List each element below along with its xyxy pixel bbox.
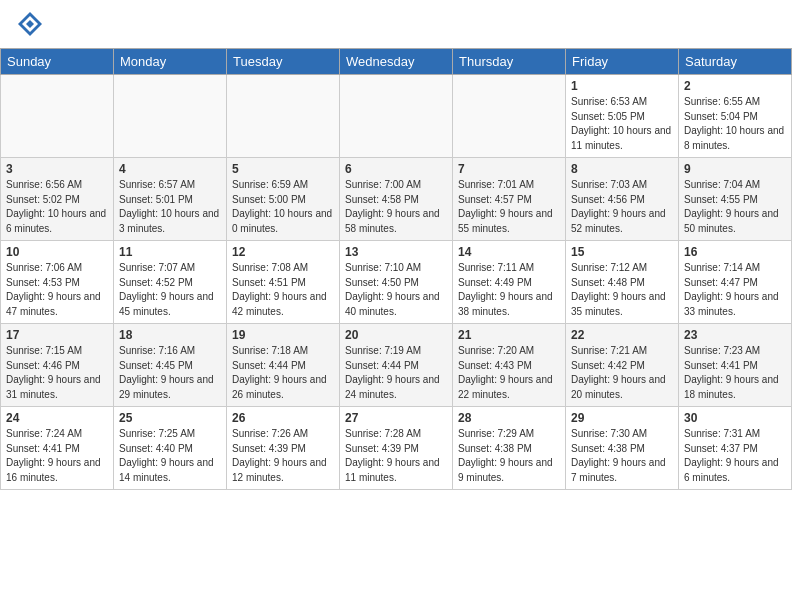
- calendar-cell: 14Sunrise: 7:11 AM Sunset: 4:49 PM Dayli…: [453, 241, 566, 324]
- calendar-cell: 26Sunrise: 7:26 AM Sunset: 4:39 PM Dayli…: [227, 407, 340, 490]
- week-row-2: 10Sunrise: 7:06 AM Sunset: 4:53 PM Dayli…: [1, 241, 792, 324]
- day-number: 9: [684, 162, 786, 176]
- day-number: 30: [684, 411, 786, 425]
- day-info: Sunrise: 7:06 AM Sunset: 4:53 PM Dayligh…: [6, 261, 108, 319]
- calendar-cell: [340, 75, 453, 158]
- logo-icon: [16, 10, 44, 38]
- calendar-cell: 18Sunrise: 7:16 AM Sunset: 4:45 PM Dayli…: [114, 324, 227, 407]
- calendar-cell: 1Sunrise: 6:53 AM Sunset: 5:05 PM Daylig…: [566, 75, 679, 158]
- week-row-0: 1Sunrise: 6:53 AM Sunset: 5:05 PM Daylig…: [1, 75, 792, 158]
- day-info: Sunrise: 6:53 AM Sunset: 5:05 PM Dayligh…: [571, 95, 673, 153]
- calendar-cell: 4Sunrise: 6:57 AM Sunset: 5:01 PM Daylig…: [114, 158, 227, 241]
- calendar-cell: 30Sunrise: 7:31 AM Sunset: 4:37 PM Dayli…: [679, 407, 792, 490]
- calendar-cell: 21Sunrise: 7:20 AM Sunset: 4:43 PM Dayli…: [453, 324, 566, 407]
- calendar-cell: [453, 75, 566, 158]
- day-number: 4: [119, 162, 221, 176]
- day-number: 19: [232, 328, 334, 342]
- day-info: Sunrise: 7:14 AM Sunset: 4:47 PM Dayligh…: [684, 261, 786, 319]
- weekday-friday: Friday: [566, 49, 679, 75]
- day-info: Sunrise: 7:20 AM Sunset: 4:43 PM Dayligh…: [458, 344, 560, 402]
- day-info: Sunrise: 7:04 AM Sunset: 4:55 PM Dayligh…: [684, 178, 786, 236]
- calendar-cell: 27Sunrise: 7:28 AM Sunset: 4:39 PM Dayli…: [340, 407, 453, 490]
- day-number: 21: [458, 328, 560, 342]
- calendar: SundayMondayTuesdayWednesdayThursdayFrid…: [0, 48, 792, 490]
- day-info: Sunrise: 7:11 AM Sunset: 4:49 PM Dayligh…: [458, 261, 560, 319]
- day-info: Sunrise: 6:57 AM Sunset: 5:01 PM Dayligh…: [119, 178, 221, 236]
- day-info: Sunrise: 7:21 AM Sunset: 4:42 PM Dayligh…: [571, 344, 673, 402]
- week-row-3: 17Sunrise: 7:15 AM Sunset: 4:46 PM Dayli…: [1, 324, 792, 407]
- day-info: Sunrise: 7:03 AM Sunset: 4:56 PM Dayligh…: [571, 178, 673, 236]
- day-number: 28: [458, 411, 560, 425]
- calendar-cell: 10Sunrise: 7:06 AM Sunset: 4:53 PM Dayli…: [1, 241, 114, 324]
- week-row-1: 3Sunrise: 6:56 AM Sunset: 5:02 PM Daylig…: [1, 158, 792, 241]
- day-number: 29: [571, 411, 673, 425]
- day-info: Sunrise: 7:25 AM Sunset: 4:40 PM Dayligh…: [119, 427, 221, 485]
- weekday-header: SundayMondayTuesdayWednesdayThursdayFrid…: [1, 49, 792, 75]
- logo: [16, 10, 48, 38]
- calendar-cell: [227, 75, 340, 158]
- calendar-cell: 20Sunrise: 7:19 AM Sunset: 4:44 PM Dayli…: [340, 324, 453, 407]
- day-number: 24: [6, 411, 108, 425]
- weekday-sunday: Sunday: [1, 49, 114, 75]
- day-info: Sunrise: 7:18 AM Sunset: 4:44 PM Dayligh…: [232, 344, 334, 402]
- day-number: 6: [345, 162, 447, 176]
- calendar-cell: 16Sunrise: 7:14 AM Sunset: 4:47 PM Dayli…: [679, 241, 792, 324]
- week-row-4: 24Sunrise: 7:24 AM Sunset: 4:41 PM Dayli…: [1, 407, 792, 490]
- day-number: 13: [345, 245, 447, 259]
- calendar-cell: 12Sunrise: 7:08 AM Sunset: 4:51 PM Dayli…: [227, 241, 340, 324]
- calendar-cell: 7Sunrise: 7:01 AM Sunset: 4:57 PM Daylig…: [453, 158, 566, 241]
- day-number: 18: [119, 328, 221, 342]
- day-info: Sunrise: 7:07 AM Sunset: 4:52 PM Dayligh…: [119, 261, 221, 319]
- day-info: Sunrise: 7:00 AM Sunset: 4:58 PM Dayligh…: [345, 178, 447, 236]
- day-number: 27: [345, 411, 447, 425]
- day-number: 10: [6, 245, 108, 259]
- day-info: Sunrise: 7:10 AM Sunset: 4:50 PM Dayligh…: [345, 261, 447, 319]
- day-info: Sunrise: 7:31 AM Sunset: 4:37 PM Dayligh…: [684, 427, 786, 485]
- day-number: 16: [684, 245, 786, 259]
- calendar-cell: 28Sunrise: 7:29 AM Sunset: 4:38 PM Dayli…: [453, 407, 566, 490]
- calendar-cell: 8Sunrise: 7:03 AM Sunset: 4:56 PM Daylig…: [566, 158, 679, 241]
- day-info: Sunrise: 7:15 AM Sunset: 4:46 PM Dayligh…: [6, 344, 108, 402]
- weekday-wednesday: Wednesday: [340, 49, 453, 75]
- day-number: 15: [571, 245, 673, 259]
- day-info: Sunrise: 6:56 AM Sunset: 5:02 PM Dayligh…: [6, 178, 108, 236]
- calendar-cell: [1, 75, 114, 158]
- calendar-cell: 6Sunrise: 7:00 AM Sunset: 4:58 PM Daylig…: [340, 158, 453, 241]
- calendar-cell: 9Sunrise: 7:04 AM Sunset: 4:55 PM Daylig…: [679, 158, 792, 241]
- day-number: 14: [458, 245, 560, 259]
- calendar-body: 1Sunrise: 6:53 AM Sunset: 5:05 PM Daylig…: [1, 75, 792, 490]
- day-info: Sunrise: 7:29 AM Sunset: 4:38 PM Dayligh…: [458, 427, 560, 485]
- calendar-cell: 23Sunrise: 7:23 AM Sunset: 4:41 PM Dayli…: [679, 324, 792, 407]
- weekday-monday: Monday: [114, 49, 227, 75]
- day-number: 1: [571, 79, 673, 93]
- calendar-cell: 25Sunrise: 7:25 AM Sunset: 4:40 PM Dayli…: [114, 407, 227, 490]
- weekday-tuesday: Tuesday: [227, 49, 340, 75]
- day-number: 26: [232, 411, 334, 425]
- calendar-cell: [114, 75, 227, 158]
- day-number: 8: [571, 162, 673, 176]
- day-number: 12: [232, 245, 334, 259]
- day-number: 7: [458, 162, 560, 176]
- day-number: 5: [232, 162, 334, 176]
- day-number: 17: [6, 328, 108, 342]
- day-info: Sunrise: 7:28 AM Sunset: 4:39 PM Dayligh…: [345, 427, 447, 485]
- calendar-cell: 17Sunrise: 7:15 AM Sunset: 4:46 PM Dayli…: [1, 324, 114, 407]
- calendar-cell: 13Sunrise: 7:10 AM Sunset: 4:50 PM Dayli…: [340, 241, 453, 324]
- calendar-cell: 3Sunrise: 6:56 AM Sunset: 5:02 PM Daylig…: [1, 158, 114, 241]
- day-info: Sunrise: 7:26 AM Sunset: 4:39 PM Dayligh…: [232, 427, 334, 485]
- calendar-cell: 29Sunrise: 7:30 AM Sunset: 4:38 PM Dayli…: [566, 407, 679, 490]
- day-number: 2: [684, 79, 786, 93]
- day-number: 11: [119, 245, 221, 259]
- day-number: 22: [571, 328, 673, 342]
- calendar-cell: 19Sunrise: 7:18 AM Sunset: 4:44 PM Dayli…: [227, 324, 340, 407]
- day-number: 20: [345, 328, 447, 342]
- calendar-cell: 11Sunrise: 7:07 AM Sunset: 4:52 PM Dayli…: [114, 241, 227, 324]
- day-info: Sunrise: 7:08 AM Sunset: 4:51 PM Dayligh…: [232, 261, 334, 319]
- header: [0, 0, 792, 44]
- day-info: Sunrise: 7:24 AM Sunset: 4:41 PM Dayligh…: [6, 427, 108, 485]
- day-info: Sunrise: 6:55 AM Sunset: 5:04 PM Dayligh…: [684, 95, 786, 153]
- day-info: Sunrise: 7:12 AM Sunset: 4:48 PM Dayligh…: [571, 261, 673, 319]
- calendar-cell: 2Sunrise: 6:55 AM Sunset: 5:04 PM Daylig…: [679, 75, 792, 158]
- weekday-thursday: Thursday: [453, 49, 566, 75]
- day-number: 23: [684, 328, 786, 342]
